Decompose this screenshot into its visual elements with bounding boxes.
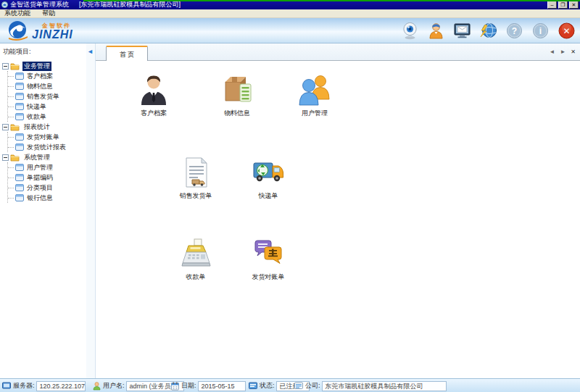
tab-scroll-left-icon[interactable]: ◄	[549, 49, 555, 56]
form-icon	[15, 72, 24, 80]
tree-leaf-category[interactable]: 分类项目	[8, 183, 86, 193]
app-window: 金智送货单管理系统 [东莞市瑞凯硅胶模具制品有限公司] – ❐ ✕ 系统功能 帮…	[0, 0, 580, 392]
shortcut-label: 快递单	[236, 191, 301, 201]
tree-leaf-express[interactable]: 快递单	[8, 101, 86, 112]
shortcut-statement[interactable]: 发货对账单	[236, 237, 301, 282]
customer-icon	[137, 73, 170, 107]
tree-leaf-delivery-report[interactable]: 发货统计报表	[8, 142, 86, 152]
collapse-box-icon[interactable]	[2, 63, 9, 70]
sidebar-collapse-icon[interactable]: ◄	[87, 48, 94, 55]
screen-edge-artifact	[83, 0, 580, 1]
webcam-icon[interactable]	[401, 22, 419, 40]
maximize-button[interactable]: ❐	[558, 1, 568, 9]
close-icon[interactable]: ✕	[558, 22, 576, 40]
server-icon	[2, 382, 11, 390]
tree-leaf-sales-delivery[interactable]: 销售发货单	[8, 91, 86, 101]
shortcut-label: 销售发货单	[163, 191, 228, 201]
statement-chat-icon	[252, 237, 285, 270]
logo: 金智软件 JINZHI	[6, 19, 73, 42]
statusbar: 服务器: 120.25.222.107 用户名: admin (业务员) 日期:…	[0, 378, 580, 392]
tree-leaf-bank-info[interactable]: 银行信息	[8, 193, 86, 203]
sidebar-splitter[interactable]: ◄	[86, 43, 95, 378]
info-icon[interactable]: i	[531, 22, 550, 40]
form-icon	[15, 113, 24, 120]
folder-icon	[10, 154, 20, 162]
tab-scroll-right-icon[interactable]: ►	[560, 49, 566, 56]
shortcut-receipt[interactable]: 收款单	[163, 237, 228, 282]
sales-delivery-icon	[179, 156, 212, 189]
folder-icon	[10, 62, 20, 70]
svg-text:?: ?	[512, 26, 517, 36]
minimize-button[interactable]: –	[547, 1, 557, 9]
tree-leaf-doc-coding[interactable]: 单据编码	[8, 172, 86, 183]
shortcut-sales-delivery[interactable]: 销售发货单	[163, 156, 228, 201]
express-truck-icon	[252, 156, 285, 189]
menu-help[interactable]: 帮助	[42, 9, 55, 18]
form-icon	[15, 194, 24, 201]
tree-node-system-mgmt[interactable]: 系统管理	[0, 152, 86, 162]
server-label: 服务器:	[13, 381, 35, 391]
help-icon[interactable]: ?	[505, 22, 523, 40]
operator-icon[interactable]	[427, 22, 445, 40]
collapse-box-icon[interactable]	[2, 124, 9, 130]
tree-label: 报表统计	[22, 122, 51, 132]
user-label: 用户名:	[103, 381, 125, 391]
material-icon	[220, 73, 254, 107]
shortcut-label: 物料信息	[204, 109, 270, 118]
tree-leaf-delivery-statement[interactable]: 发货对账单	[8, 132, 86, 142]
status-icon	[249, 382, 257, 390]
receipt-register-icon	[179, 237, 212, 270]
company-label: 公司:	[305, 381, 320, 391]
shortcut-user-management[interactable]: 用户管理	[282, 73, 347, 118]
tab-close-icon[interactable]: ✕	[571, 49, 576, 56]
form-icon	[15, 184, 24, 191]
svg-text:i: i	[539, 26, 542, 36]
monitor-mail-icon[interactable]	[453, 22, 471, 40]
sidebar-header: 功能项目:	[0, 46, 86, 61]
collapse-box-icon[interactable]	[2, 154, 9, 161]
tab-home[interactable]: 首 页	[106, 46, 148, 61]
form-icon	[15, 143, 24, 151]
tabbar: 首 页 ◄ ► ✕	[96, 43, 580, 61]
shortcut-customer-file[interactable]: 客户档案	[121, 73, 186, 118]
date-label: 日期:	[181, 381, 196, 391]
form-icon	[15, 133, 24, 141]
form-icon	[15, 83, 24, 90]
user-management-icon	[298, 73, 331, 107]
menu-system[interactable]: 系统功能	[4, 9, 30, 18]
form-icon	[15, 164, 24, 171]
svg-text:✕: ✕	[563, 26, 570, 36]
shortcut-label: 客户档案	[121, 109, 186, 118]
toolbar-icons: ? i ✕	[401, 18, 576, 43]
menubar: 系统功能 帮助	[0, 9, 580, 18]
home-canvas: 客户档案 物料信息	[96, 61, 580, 378]
company-icon	[294, 382, 303, 390]
form-icon	[15, 103, 24, 110]
tree-leaf-material-info[interactable]: 物料信息	[8, 81, 86, 91]
tree-leaf-receipt[interactable]: 收款单	[8, 112, 86, 122]
content-panel: 首 页 ◄ ► ✕ 客户档案	[95, 43, 580, 378]
status-label: 状态:	[260, 381, 275, 391]
company-value: 东莞市瑞凯硅胶模具制品有限公司	[322, 381, 447, 391]
calendar-icon	[171, 382, 179, 391]
close-button[interactable]: ✕	[569, 1, 579, 9]
folder-icon	[10, 123, 20, 131]
globe-icon[interactable]	[479, 22, 497, 40]
jinzhi-logo-icon	[6, 19, 30, 42]
workspace: 功能项目: 业务管理 客户档案	[0, 43, 580, 378]
shortcut-material-info[interactable]: 物料信息	[204, 73, 270, 118]
tree-leaf-customer-file[interactable]: 客户档案	[8, 71, 86, 81]
user-icon	[93, 382, 101, 391]
shortcut-label: 用户管理	[282, 109, 347, 118]
brand-name-en: JINZHI	[32, 30, 73, 39]
sidebar: 功能项目: 业务管理 客户档案	[0, 43, 86, 378]
tree-node-business-mgmt[interactable]: 业务管理	[0, 61, 86, 71]
window-title: 金智送货单管理系统	[10, 0, 69, 9]
shortcut-express[interactable]: 快递单	[236, 156, 301, 201]
tree-node-report-stats[interactable]: 报表统计	[0, 122, 86, 132]
toolbar-band: 金智软件 JINZHI	[0, 18, 580, 43]
tree-label: 系统管理	[22, 153, 51, 162]
form-icon	[15, 93, 24, 100]
tree-leaf-user-mgmt[interactable]: 用户管理	[8, 162, 86, 172]
date-value: 2015-05-15	[198, 381, 246, 391]
